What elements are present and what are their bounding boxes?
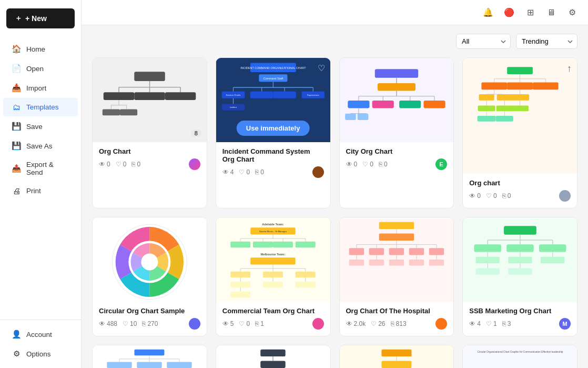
card-circular-org[interactable]: Circular Org Chart Sample 👁 488 ♡ 10 ⎘ 2…: [92, 217, 207, 336]
sidebar-item-export[interactable]: 📤 Export & Send: [3, 156, 78, 181]
sidebar-item-account[interactable]: 👤 Account: [3, 325, 78, 344]
card-title-ssb: SSB Marketing Org Chart: [469, 307, 571, 315]
card-thumb-ssb: [463, 217, 577, 302]
card-bottom-2[interactable]: [216, 345, 331, 368]
sort-filter[interactable]: Trending Newest Most Popular: [516, 34, 577, 49]
views: 👁 0: [469, 192, 481, 200]
svg-rect-111: [379, 222, 414, 229]
views: 👁 5: [222, 320, 234, 327]
svg-rect-125: [429, 248, 444, 255]
home-icon: 🏠: [12, 44, 21, 54]
print-icon: 🖨: [12, 186, 21, 195]
svg-rect-154: [508, 268, 532, 274]
svg-rect-35: [375, 69, 418, 77]
open-icon: 📄: [12, 64, 21, 73]
copies: ⎘ 270: [142, 320, 158, 327]
svg-rect-142: [474, 244, 501, 252]
settings-icon[interactable]: ⚙: [565, 5, 580, 20]
alert-icon[interactable]: 🔴: [502, 5, 516, 20]
author-avatar-city: E: [435, 158, 447, 170]
card-bottom-4[interactable]: Circular Organizational Chart Graphic fo…: [462, 345, 577, 368]
card-org-tall[interactable]: ↑ Org chart 👁 0 ♡ 0 ⎘ 0: [462, 57, 577, 208]
templates-icon: 🗂: [12, 103, 21, 112]
card-bottom-3[interactable]: [339, 345, 454, 368]
content-area: All Org Charts Business Education Trendi…: [82, 25, 588, 368]
card-bottom-1[interactable]: [92, 345, 207, 368]
svg-rect-92: [296, 242, 316, 247]
card-meta-commercial: 👁 5 ♡ 0 ⎘ 1: [222, 318, 324, 330]
account-icon: 👤: [12, 330, 21, 339]
svg-rect-100: [230, 272, 250, 277]
sidebar-label-save: Save: [26, 123, 43, 131]
author-avatar: [189, 158, 200, 170]
import-icon: 📥: [12, 83, 21, 93]
sidebar-item-print[interactable]: 🖨 Print: [3, 182, 78, 200]
card-hospital-org[interactable]: Org Chart Of The Hospital 👁 2.0k ♡ 26 ⎘ …: [339, 217, 454, 336]
save-as-icon: 💾: [12, 141, 21, 151]
svg-rect-163: [167, 362, 192, 367]
svg-rect-144: [539, 244, 566, 252]
sidebar-item-templates[interactable]: 🗂 Templates: [3, 98, 78, 116]
card-commercial-team[interactable]: Adelaide Team: Sandra Morris - Sr.Manage…: [216, 217, 331, 336]
views: 👁 2.0k: [346, 320, 366, 327]
svg-rect-74: [478, 116, 496, 122]
svg-text:INCIDENT COMMAND ORGANIZATIONA: INCIDENT COMMAND ORGANIZATIONAL CHART: [240, 66, 306, 69]
svg-rect-7: [134, 92, 165, 100]
views: 👁 0: [99, 161, 110, 168]
sidebar-nav: 🏠 Home 📄 Open 📥 Import 🗂 Templates 💾 Sav…: [0, 35, 81, 320]
card-thumb-tall: ↑: [463, 58, 577, 174]
svg-rect-45: [372, 101, 394, 108]
likes: ♡ 0: [239, 168, 250, 176]
svg-rect-14: [120, 110, 137, 116]
heart-icon[interactable]: ♡: [318, 63, 325, 73]
svg-rect-121: [349, 248, 364, 255]
svg-rect-28: [250, 92, 273, 98]
grid-icon[interactable]: ⊞: [523, 5, 538, 20]
likes: ♡ 0: [362, 161, 373, 168]
svg-rect-68: [478, 105, 495, 111]
svg-rect-129: [369, 260, 384, 265]
svg-text:Supervisors: Supervisors: [307, 94, 319, 96]
author-avatar-commercial: [312, 318, 324, 330]
category-filter[interactable]: All Org Charts Business Education: [456, 34, 511, 49]
card-incident-cmd[interactable]: INCIDENT COMMAND ORGANIZATIONAL CHART Co…: [216, 57, 331, 208]
svg-rect-52: [507, 67, 533, 74]
use-immediately-button[interactable]: Use immediately: [237, 121, 310, 136]
card-thumb-org: 8: [93, 58, 207, 142]
card-city-org[interactable]: City Org Chart 👁 0 ♡ 0 ⎘ 0 E: [339, 57, 454, 208]
new-button[interactable]: ＋ + New: [6, 8, 75, 28]
sidebar-item-import[interactable]: 📥 Import: [3, 78, 78, 97]
card-info-circular: Circular Org Chart Sample 👁 488 ♡ 10 ⎘ 2…: [93, 302, 207, 336]
sidebar-item-home[interactable]: 🏠 Home: [3, 39, 78, 58]
sidebar-item-save[interactable]: 💾 Save: [3, 117, 78, 136]
svg-rect-131: [389, 260, 404, 265]
card-org-chart[interactable]: 8 Org Chart 👁 0 ♡ 0 ⎘ 0: [92, 57, 207, 208]
svg-rect-63: [479, 94, 494, 101]
card-meta-hospital: 👁 2.0k ♡ 26 ⎘ 813: [346, 318, 448, 330]
likes: ♡ 0: [116, 161, 127, 168]
svg-rect-161: [107, 362, 133, 367]
card-ssb-marketing[interactable]: SSB Marketing Org Chart 👁 4 ♡ 1 ⎘ 3 M: [462, 217, 577, 336]
svg-rect-169: [260, 349, 286, 356]
sidebar-label-save-as: Save As: [26, 142, 53, 150]
svg-rect-64: [497, 94, 512, 101]
svg-rect-60: [533, 83, 559, 90]
copies: ⎘ 3: [502, 320, 511, 327]
sidebar-item-save-as[interactable]: 💾 Save As: [3, 136, 78, 155]
options-icon: ⚙: [12, 349, 21, 359]
views: 👁 4: [222, 168, 234, 176]
card-title-circular: Circular Org Chart Sample: [99, 307, 200, 315]
sidebar-item-open[interactable]: 📄 Open: [3, 59, 78, 78]
card-thumb-incident: INCIDENT COMMAND ORGANIZATIONAL CHART Co…: [216, 58, 330, 142]
svg-point-79: [141, 253, 158, 270]
svg-rect-104: [230, 282, 250, 287]
svg-rect-127: [349, 260, 364, 265]
svg-rect-13: [103, 110, 120, 116]
monitor-icon[interactable]: 🖥: [544, 5, 559, 20]
card-title-incident: Incident Command System Org Chart: [222, 147, 324, 163]
main-content: 🔔 🔴 ⊞ 🖥 ⚙ All Org Charts Business Educat…: [82, 0, 588, 368]
sidebar-item-options[interactable]: ⚙ Options: [3, 344, 78, 363]
likes: ♡ 26: [371, 320, 385, 327]
notifications-icon[interactable]: 🔔: [481, 5, 495, 20]
card-info: Org Chart 👁 0 ♡ 0 ⎘ 0: [93, 142, 207, 176]
